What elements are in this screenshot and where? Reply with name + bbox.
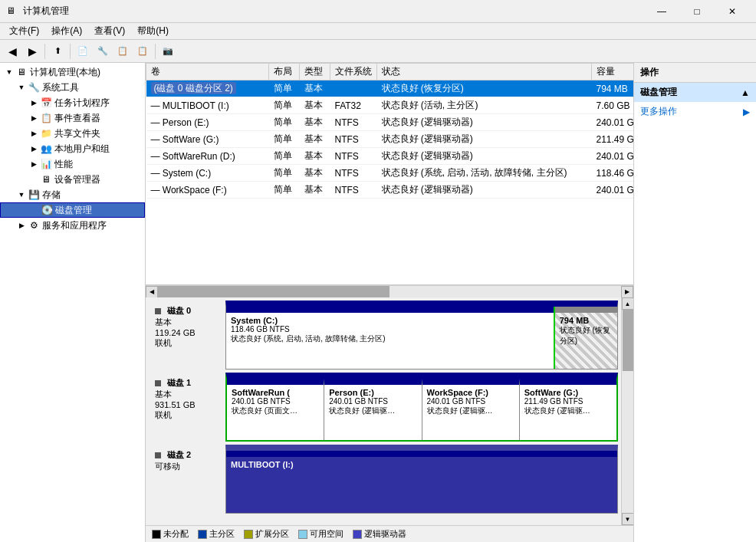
tree-item-system-tools[interactable]: ▼ 🔧 系统工具: [0, 80, 145, 95]
close-button[interactable]: ✕: [715, 0, 750, 23]
toolbar-btn3[interactable]: 📄: [74, 42, 92, 61]
hscroll-left-btn[interactable]: ◀: [146, 286, 158, 298]
disk-partition[interactable]: System (C:) 118.46 GB NTFS 状态良好 (系统, 启动,…: [226, 307, 555, 369]
window-controls: — □ ✕: [644, 0, 750, 23]
tree-toggle-perf[interactable]: ▶: [28, 158, 40, 170]
menu-view[interactable]: 查看(V): [88, 23, 131, 39]
tree-item-performance[interactable]: ▶ 📊 性能: [0, 156, 145, 172]
table-row[interactable]: — MULTIBOOT (I:)简单基本FAT32状态良好 (活动, 主分区)7…: [146, 97, 634, 114]
tree-item-local-users[interactable]: ▶ 👥 本地用户和组: [0, 141, 145, 156]
disk-partition[interactable]: WorkSpace (F:) 240.01 GB NTFS 状态良好 (逻辑驱…: [422, 379, 520, 440]
cell-fs: NTFS: [330, 165, 377, 182]
tree-icon-shared: 📁: [40, 127, 52, 140]
tree-toggle-shared[interactable]: ▶: [28, 127, 40, 140]
table-row[interactable]: — SoftWareRun (D:)简单基本NTFS状态良好 (逻辑驱动器)24…: [146, 148, 634, 165]
col-fs[interactable]: 文件系统: [330, 64, 377, 80]
disk-partition[interactable]: MULTIBOOT (I:): [226, 451, 617, 513]
toolbar-btn7[interactable]: 📷: [159, 42, 177, 61]
disk-info: 磁盘 0 基本 119.24 GB 联机: [149, 301, 225, 370]
action-more-arrow: ▶: [743, 107, 750, 117]
tree-toggle-task[interactable]: ▶: [28, 97, 40, 109]
col-layout[interactable]: 布局: [269, 64, 300, 80]
toolbar-sep-1: [44, 44, 45, 59]
disk-partition[interactable]: 794 MB 状态良好 (恢复分区): [555, 307, 617, 369]
disk-scroll-up[interactable]: ▲: [622, 297, 634, 310]
cell-size: 118.46 GB: [592, 165, 634, 182]
partition-size: 211.49 GB NTFS: [524, 397, 612, 406]
hscroll-thumb: [158, 286, 390, 298]
hscroll-right-btn[interactable]: ▶: [621, 286, 633, 298]
cell-status: 状态良好 (逻辑驱动器): [377, 131, 592, 148]
action-more[interactable]: 更多操作 ▶: [634, 102, 756, 121]
disk-table: 卷 布局 类型 文件系统 状态 容量 (磁盘 0 磁盘分区 2)简单基本状态良好…: [146, 63, 633, 199]
tree-toggle-services[interactable]: ▶: [15, 219, 28, 232]
toolbar-btn4[interactable]: 🔧: [94, 42, 112, 61]
hscroll-track: [158, 286, 621, 298]
table-hscroll[interactable]: ◀ ▶: [146, 285, 633, 297]
menu-file[interactable]: 文件(F): [3, 23, 45, 39]
cell-vol: — MULTIBOOT (I:): [146, 97, 269, 114]
legend-item: 扩展分区: [244, 528, 289, 540]
tree-label-perf: 性能: [54, 158, 73, 171]
action-disk-mgmt[interactable]: 磁盘管理 ▲: [634, 83, 756, 102]
partition-size: 240.01 GB NTFS: [232, 397, 319, 406]
tree-icon-task: 📅: [40, 97, 52, 109]
tree-item-device-manager[interactable]: ▶ 🖥 设备管理器: [0, 172, 145, 187]
disk-partition[interactable]: SoftWareRun ( 240.01 GB NTFS 状态良好 (页面文…: [227, 379, 324, 440]
tree-item-storage[interactable]: ▼ 💾 存储: [0, 187, 145, 202]
action-more-label: 更多操作: [640, 105, 677, 118]
table-row[interactable]: — System (C:)简单基本NTFS状态良好 (系统, 启动, 活动, 故…: [146, 165, 634, 182]
cell-size: 240.01 GB: [592, 182, 634, 199]
table-row[interactable]: — SoftWare (G:)简单基本NTFS状态良好 (逻辑驱动器)211.4…: [146, 131, 634, 148]
tree-item-task-scheduler[interactable]: ▶ 📅 任务计划程序: [0, 95, 145, 110]
action-header: 操作: [634, 63, 756, 83]
tree-panel: ▼ 🖥 计算机管理(本地) ▼ 🔧 系统工具 ▶ 📅 任务计划程序 ▶ 📋 事件…: [0, 63, 146, 542]
legend-label: 未分配: [163, 528, 189, 540]
cell-fs: FAT32: [330, 97, 377, 114]
col-size[interactable]: 容量: [592, 64, 634, 80]
disk-info-name: 磁盘 2: [155, 449, 219, 461]
disk-info: 磁盘 1 基本 931.51 GB 联机: [149, 373, 225, 442]
cell-status: 状态良好 (逻辑驱动器): [377, 148, 592, 165]
tree-toggle-event[interactable]: ▶: [28, 112, 40, 124]
disk-info-name: 磁盘 0: [155, 305, 219, 317]
toolbar-up[interactable]: ⬆: [48, 42, 67, 61]
toolbar-btn5[interactable]: 📋: [113, 42, 132, 61]
legend-color-swatch: [298, 530, 307, 539]
tree-item-shared-folder[interactable]: ▶ 📁 共享文件夹: [0, 126, 145, 141]
menu-action[interactable]: 操作(A): [45, 23, 88, 39]
table-row[interactable]: — Person (E:)简单基本NTFS状态良好 (逻辑驱动器)240.01 …: [146, 114, 634, 131]
disk-scroll-down[interactable]: ▼: [622, 513, 634, 525]
toolbar-back[interactable]: ◀: [3, 42, 21, 61]
cell-type: 基本: [300, 97, 330, 114]
tree-item-services[interactable]: ▶ ⚙ 服务和应用程序: [0, 218, 145, 233]
table-row[interactable]: — WorkSpace (F:)简单基本NTFS状态良好 (逻辑驱动器)240.…: [146, 182, 634, 199]
tree-item-root[interactable]: ▼ 🖥 计算机管理(本地): [0, 64, 145, 80]
disk-size: 931.51 GB: [155, 400, 219, 409]
tree-toggle-system-tools[interactable]: ▼: [15, 81, 28, 94]
title-bar-text: 计算机管理: [23, 5, 644, 18]
minimize-button[interactable]: —: [644, 0, 679, 23]
col-status[interactable]: 状态: [377, 64, 592, 80]
disk-partitions: SoftWareRun ( 240.01 GB NTFS 状态良好 (页面文… …: [225, 373, 618, 442]
col-vol[interactable]: 卷: [146, 64, 269, 80]
col-type[interactable]: 类型: [300, 64, 330, 80]
table-row[interactable]: (磁盘 0 磁盘分区 2)简单基本状态良好 (恢复分区)794 MB: [146, 80, 634, 97]
disk-partition[interactable]: SoftWare (G:) 211.49 GB NTFS 状态良好 (逻辑驱…: [520, 379, 616, 440]
cell-fs: NTFS: [330, 131, 377, 148]
disk-status: 联机: [155, 337, 219, 349]
action-panel: 操作 磁盘管理 ▲ 更多操作 ▶: [633, 63, 756, 542]
tree-toggle-root[interactable]: ▼: [3, 66, 15, 78]
tree-icon-services: ⚙: [28, 219, 40, 232]
tree-toggle-users[interactable]: ▶: [28, 143, 40, 155]
maximize-button[interactable]: □: [679, 0, 715, 23]
disk-partition[interactable]: Person (E:) 240.01 GB NTFS 状态良好 (逻辑驱…: [324, 379, 422, 440]
toolbar-btn6[interactable]: 📋: [133, 42, 152, 61]
menu-help[interactable]: 帮助(H): [131, 23, 175, 39]
tree-item-event-viewer[interactable]: ▶ 📋 事件查看器: [0, 110, 145, 126]
tree-item-disk-management[interactable]: ▶ 💽 磁盘管理: [0, 202, 145, 218]
toolbar-forward[interactable]: ▶: [23, 42, 41, 61]
cell-layout: 简单: [269, 114, 300, 131]
tree-icon-disk-mgmt: 💽: [41, 204, 53, 216]
tree-toggle-storage[interactable]: ▼: [15, 189, 28, 201]
